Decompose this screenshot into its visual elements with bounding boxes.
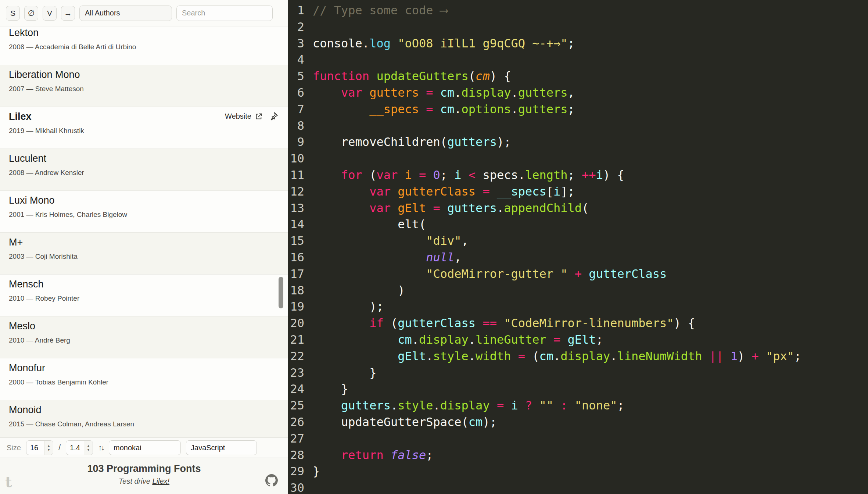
line-number: 22 xyxy=(288,348,304,365)
line-number: 4 xyxy=(288,51,304,68)
code-line: 26 updateGutterSpace(cm); xyxy=(288,414,868,430)
code-line: 4 xyxy=(288,51,868,68)
code-line: 28 return false; xyxy=(288,447,868,463)
style-toggle-v-button[interactable]: V xyxy=(43,6,57,21)
font-name: Monofur xyxy=(9,362,277,374)
pin-button[interactable] xyxy=(269,111,279,121)
code-text[interactable]: var gElt = gutters.appendChild( xyxy=(304,200,589,216)
code-text[interactable]: elt( xyxy=(304,216,426,233)
code-text[interactable]: removeChildren(gutters); xyxy=(304,134,511,150)
code-text[interactable]: null, xyxy=(304,249,462,266)
stepper-arrows-icon[interactable]: ▴▾ xyxy=(44,441,53,455)
website-link[interactable]: Website xyxy=(225,112,263,121)
font-list-item[interactable]: Lilex2019 — Mikhail KhrustikWebsite xyxy=(0,107,288,149)
slash-separator: / xyxy=(58,443,61,452)
line-number: 27 xyxy=(288,430,304,447)
code-line: 5function updateGutters(cm) { xyxy=(288,68,868,85)
font-list-item[interactable]: Liberation Mono2007 — Steve Matteson xyxy=(0,65,288,107)
font-list-item[interactable]: Luculent2008 — Andrew Kensler xyxy=(0,149,288,191)
code-text[interactable]: } xyxy=(304,365,376,381)
code-line: 21 cm.display.lineGutter = gElt; xyxy=(288,332,868,348)
code-line: 23 } xyxy=(288,365,868,381)
font-size-input[interactable] xyxy=(26,441,44,455)
font-meta: 2015 — Chase Colman, Andreas Larsen xyxy=(9,420,277,428)
search-input[interactable] xyxy=(176,6,273,21)
code-text[interactable]: if (gutterClass == "CodeMirror-linenumbe… xyxy=(304,315,695,332)
font-name: Monoid xyxy=(9,404,277,416)
font-list-item[interactable]: Mensch2010 — Robey Pointer xyxy=(0,275,288,316)
font-list-item[interactable]: M+2003 — Coji Morishita xyxy=(0,233,288,275)
code-text[interactable]: ) xyxy=(304,282,405,299)
font-list-item[interactable]: Monoid2015 — Chase Colman, Andreas Larse… xyxy=(0,400,288,437)
font-list-item[interactable]: Lekton2008 — Accademia di Belle Arti di … xyxy=(0,26,288,65)
line-number: 25 xyxy=(288,397,304,414)
sidebar-scrollbar[interactable] xyxy=(279,26,283,437)
code-editor[interactable]: 1// Type some code ⟶23console.log "oO08 … xyxy=(288,0,868,494)
code-text[interactable]: updateGutterSpace(cm); xyxy=(304,414,497,430)
code-text[interactable]: "div", xyxy=(304,233,469,249)
line-number: 18 xyxy=(288,282,304,299)
code-text[interactable]: gElt.style.width = (cm.display.lineNumWi… xyxy=(304,348,801,365)
code-text[interactable]: var gutters = cm.display.gutters, xyxy=(304,85,575,101)
pin-icon xyxy=(269,111,279,121)
code-text[interactable]: } xyxy=(304,463,320,480)
font-name: M+ xyxy=(9,236,277,248)
font-name: Liberation Mono xyxy=(9,69,277,80)
line-number: 23 xyxy=(288,365,304,381)
line-number: 20 xyxy=(288,315,304,332)
code-line: 16 null, xyxy=(288,249,868,266)
code-text[interactable]: ); xyxy=(304,298,384,315)
code-text[interactable] xyxy=(304,150,313,167)
font-meta: 2008 — Accademia di Belle Arti di Urbino xyxy=(9,43,277,51)
font-name: Luxi Mono xyxy=(9,194,277,206)
line-number: 29 xyxy=(288,463,304,480)
ligature-arrow-toggle-button[interactable]: → xyxy=(61,6,75,21)
scrollbar-thumb[interactable] xyxy=(279,277,283,308)
editor-controls: Size ▴▾ / ▴▾ ↑↓ xyxy=(0,437,288,458)
code-text[interactable] xyxy=(304,118,313,134)
line-height-stepper[interactable]: ▴▾ xyxy=(66,440,93,455)
slashed-zero-toggle-button[interactable]: ∅ xyxy=(24,6,38,21)
language-input[interactable] xyxy=(186,440,257,455)
code-line: 29} xyxy=(288,463,868,480)
code-line: 24 } xyxy=(288,381,868,397)
code-text[interactable]: cm.display.lineGutter = gElt; xyxy=(304,332,603,348)
font-meta: 2008 — Andrew Kensler xyxy=(9,169,277,177)
code-line: 19 ); xyxy=(288,298,868,315)
code-text[interactable] xyxy=(304,480,313,494)
sort-arrows-icon[interactable]: ↑↓ xyxy=(98,443,104,452)
github-icon xyxy=(265,474,278,487)
font-list-item[interactable]: Monofur2000 — Tobias Benjamin Köhler xyxy=(0,358,288,400)
github-link[interactable] xyxy=(265,474,278,488)
stepper-arrows-icon[interactable]: ▴▾ xyxy=(84,441,93,455)
code-text[interactable]: __specs = cm.options.gutters; xyxy=(304,101,575,118)
font-list-item[interactable]: Luxi Mono2001 — Kris Holmes, Charles Big… xyxy=(0,191,288,233)
code-text[interactable] xyxy=(304,19,313,35)
code-text[interactable]: for (var i = 0; i < specs.length; ++i) { xyxy=(304,167,624,183)
code-text[interactable]: console.log "oO08 iIlL1 g9qCGQ ~-+⇒"; xyxy=(304,35,575,52)
theme-input[interactable] xyxy=(109,440,181,455)
code-text[interactable]: "CodeMirror-gutter " + gutterClass xyxy=(304,266,667,282)
code-text[interactable]: gutters.style.display = i ? "" : "none"; xyxy=(304,397,624,414)
style-toggle-s-button[interactable]: S xyxy=(6,6,20,21)
code-text[interactable]: function updateGutters(cm) { xyxy=(304,68,511,85)
code-line: 13 var gElt = gutters.appendChild( xyxy=(288,200,868,216)
author-filter-select[interactable]: All Authors xyxy=(79,6,172,21)
font-list-item[interactable]: Meslo2010 — André Berg xyxy=(0,316,288,358)
line-number: 21 xyxy=(288,332,304,348)
code-text[interactable]: } xyxy=(304,381,348,397)
footer-tagline: Test drive Lilex! xyxy=(0,477,288,486)
code-text[interactable]: // Type some code ⟶ xyxy=(304,2,447,19)
font-size-stepper[interactable]: ▴▾ xyxy=(26,440,53,455)
font-meta: 2007 — Steve Matteson xyxy=(9,85,277,93)
twitter-link[interactable]: t xyxy=(5,473,12,490)
line-height-input[interactable] xyxy=(66,441,84,455)
code-text[interactable]: return false; xyxy=(304,447,433,463)
code-text[interactable] xyxy=(304,51,313,68)
code-line: 15 "div", xyxy=(288,233,868,249)
code-text[interactable]: var gutterClass = __specs[i]; xyxy=(304,183,575,200)
line-number: 10 xyxy=(288,150,304,167)
tagline-link[interactable]: Lilex! xyxy=(152,477,169,485)
tagline-text: Test drive xyxy=(119,477,153,485)
code-text[interactable] xyxy=(304,430,313,447)
